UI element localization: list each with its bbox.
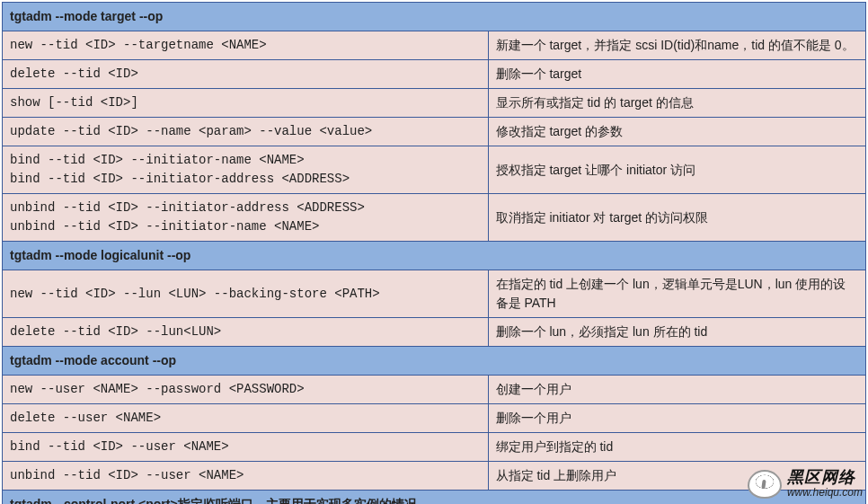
- table-row: bind --tid <ID> --initiator-name <NAME> …: [3, 146, 866, 194]
- table-row: new --user <NAME> --password <PASSWORD>创…: [3, 376, 866, 404]
- command-cell: delete --tid <ID> --lun<LUN>: [3, 318, 489, 347]
- description-cell: 删除一个 lun，必须指定 lun 所在的 tid: [488, 318, 865, 347]
- table-row: delete --tid <ID>删除一个 target: [3, 60, 866, 89]
- description-cell: 新建一个 target，并指定 scsi ID(tid)和name，tid 的值…: [488, 31, 865, 60]
- table-row: update --tid <ID> --name <param> --value…: [3, 118, 866, 146]
- table-row: new --tid <ID> --lun <LUN> --backing-sto…: [3, 270, 866, 318]
- section-header: tgtadm --mode logicalunit --op: [3, 242, 866, 270]
- description-cell: 绑定用户到指定的 tid: [488, 433, 865, 462]
- table-row: unbind --tid <ID> --initiator-address <A…: [3, 194, 866, 242]
- table-row: bind --tid <ID> --user <NAME>绑定用户到指定的 ti…: [3, 433, 866, 462]
- description-cell: 修改指定 target 的参数: [488, 118, 865, 146]
- command-cell: bind --tid <ID> --initiator-name <NAME> …: [3, 146, 489, 194]
- command-cell: delete --user <NAME>: [3, 404, 489, 433]
- command-reference-table: tgtadm --mode target --opnew --tid <ID> …: [2, 2, 866, 504]
- section-header: tgtadm --mode account --op: [3, 347, 866, 376]
- command-cell: unbind --tid <ID> --user <NAME>: [3, 462, 489, 491]
- table-row: delete --tid <ID> --lun<LUN>删除一个 lun，必须指…: [3, 318, 866, 347]
- command-cell: new --tid <ID> --targetname <NAME>: [3, 31, 489, 60]
- description-cell: 取消指定 initiator 对 target 的访问权限: [488, 194, 865, 242]
- description-cell: 删除一个用户: [488, 404, 865, 433]
- command-cell: bind --tid <ID> --user <NAME>: [3, 433, 489, 462]
- description-cell: 创建一个用户: [488, 376, 865, 404]
- description-cell: 删除一个 target: [488, 60, 865, 89]
- description-cell: 从指定 tid 上删除用户: [488, 462, 865, 491]
- table-row: show [--tid <ID>]显示所有或指定 tid 的 target 的信…: [3, 89, 866, 118]
- table-row: delete --user <NAME>删除一个用户: [3, 404, 866, 433]
- description-cell: 在指定的 tid 上创建一个 lun，逻辑单元号是LUN，lun 使用的设备是 …: [488, 270, 865, 318]
- section-header: tgtadm --mode target --op: [3, 3, 866, 31]
- command-cell: new --user <NAME> --password <PASSWORD>: [3, 376, 489, 404]
- command-cell: delete --tid <ID>: [3, 60, 489, 89]
- command-cell: update --tid <ID> --name <param> --value…: [3, 118, 489, 146]
- command-cell: show [--tid <ID>]: [3, 89, 489, 118]
- description-cell: 授权指定 target 让哪个 initiator 访问: [488, 146, 865, 194]
- footer-row: tgtadm --control-port <port>指定监听端口，主要用于实…: [3, 491, 866, 505]
- table-row: new --tid <ID> --targetname <NAME>新建一个 t…: [3, 31, 866, 60]
- description-cell: 显示所有或指定 tid 的 target 的信息: [488, 89, 865, 118]
- command-cell: new --tid <ID> --lun <LUN> --backing-sto…: [3, 270, 489, 318]
- command-cell: unbind --tid <ID> --initiator-address <A…: [3, 194, 489, 242]
- table-row: unbind --tid <ID> --user <NAME>从指定 tid 上…: [3, 462, 866, 491]
